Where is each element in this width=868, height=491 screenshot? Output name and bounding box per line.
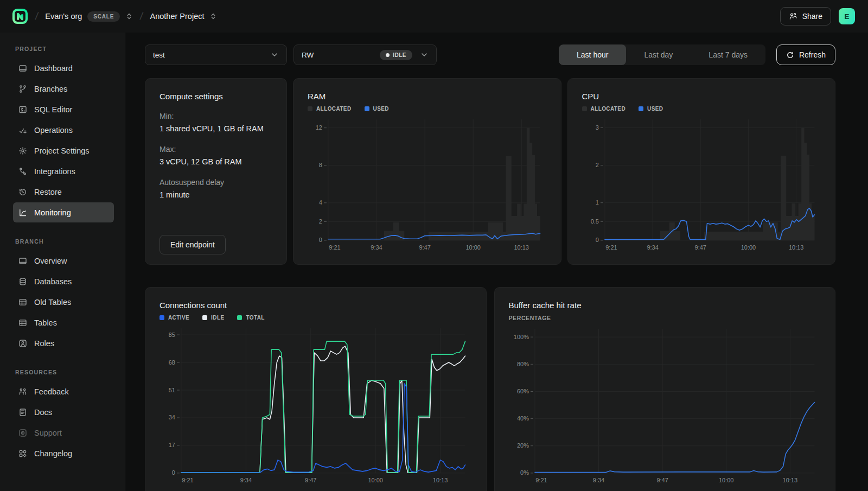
autosuspend-label: Autosuspend delay [159, 178, 272, 187]
docs-document-icon [18, 408, 27, 417]
git-branch-icon [18, 85, 27, 93]
legend-item: TOTAL [237, 315, 264, 321]
sidebar-item-old-tables[interactable]: Old Tables [13, 292, 114, 312]
sidebar-item-label: Tables [34, 318, 57, 327]
org-name: Evan's org [45, 12, 82, 21]
sidebar-item-feedback[interactable]: Feedback [13, 381, 114, 401]
neon-logo-icon[interactable] [12, 8, 28, 24]
sidebar: PROJECT Dashboard Branches SQL Editor Op… [0, 33, 125, 491]
svg-text:10:13: 10:13 [433, 477, 448, 483]
svg-text:100%: 100% [513, 334, 528, 340]
breadcrumb-project[interactable]: Another Project [150, 12, 218, 21]
connections-chart-card: Connections count ACTIVEIDLETOTAL 017345… [145, 287, 487, 491]
branch-select-value: test [153, 51, 165, 59]
refresh-button[interactable]: Refresh [776, 44, 835, 65]
svg-text:17: 17 [169, 442, 175, 448]
sidebar-item-label: Dashboard [34, 64, 73, 73]
sidebar-item-label: Monitoring [34, 208, 71, 217]
chevron-down-icon [420, 50, 429, 59]
legend-swatch-icon [582, 106, 587, 111]
user-avatar[interactable]: E [839, 8, 855, 24]
operations-checklist-icon [18, 126, 27, 135]
svg-text:9:34: 9:34 [592, 477, 604, 483]
svg-text:4: 4 [319, 199, 322, 206]
sidebar-item-label: Changelog [34, 449, 72, 458]
breadcrumb-org[interactable]: Evan's org SCALE [45, 11, 133, 22]
sidebar-item-operations[interactable]: Operations [13, 120, 114, 140]
svg-text:10:00: 10:00 [741, 244, 755, 251]
sidebar-item-label: Overview [34, 257, 67, 265]
sidebar-item-label: Integrations [34, 167, 75, 176]
sidebar-item-overview[interactable]: Overview [13, 251, 114, 271]
table-icon [18, 318, 27, 327]
endpoint-select[interactable]: RW IDLE [293, 44, 437, 65]
cpu-chart-title: CPU [582, 92, 821, 101]
sidebar-item-sql-editor[interactable]: SQL Editor [13, 99, 114, 119]
sidebar-item-integrations[interactable]: Integrations [13, 161, 114, 181]
cpu-chart: 00.51239:219:349:4710:0010:13 [582, 114, 821, 254]
svg-text:3: 3 [595, 124, 598, 131]
svg-text:20%: 20% [516, 442, 528, 449]
endpoint-status-text: IDLE [393, 52, 406, 58]
edit-endpoint-button[interactable]: Edit endpoint [159, 235, 226, 254]
breadcrumb-separator: / [139, 10, 144, 22]
sidebar-item-label: Operations [34, 126, 73, 135]
buffer-cache-chart-card: Buffer cache hit rate PERCENTAGE 0%20%40… [494, 287, 836, 491]
sidebar-item-label: Docs [34, 408, 52, 417]
table-icon [18, 298, 27, 307]
svg-text:40%: 40% [516, 415, 528, 422]
share-button[interactable]: Share [780, 7, 831, 25]
sidebar-item-tables[interactable]: Tables [13, 313, 114, 333]
project-switcher-chevrons-icon[interactable] [209, 12, 217, 20]
endpoint-status-badge: IDLE [380, 50, 412, 60]
org-switcher-chevrons-icon[interactable] [125, 12, 133, 20]
breadcrumb-separator: / [34, 10, 39, 22]
svg-text:9:47: 9:47 [419, 244, 430, 251]
section-label-project: PROJECT [0, 46, 125, 52]
sidebar-item-monitoring[interactable]: Monitoring [13, 202, 114, 222]
time-range-tabs: Last hour Last day Last 7 days [559, 44, 765, 65]
tab-last-7-days[interactable]: Last 7 days [691, 44, 765, 65]
svg-text:0%: 0% [520, 469, 529, 476]
changelog-grid-icon [18, 449, 27, 458]
sidebar-item-changelog[interactable]: Changelog [13, 443, 114, 463]
main-content: test RW IDLE Last hour Last day Last 7 d… [125, 33, 868, 491]
sidebar-item-roles[interactable]: Roles [13, 333, 114, 353]
feedback-users-icon [18, 387, 27, 396]
tab-last-day[interactable]: Last day [626, 44, 691, 65]
sidebar-item-support[interactable]: Support [13, 423, 114, 443]
sidebar-item-docs[interactable]: Docs [13, 402, 114, 422]
svg-text:0.5: 0.5 [590, 218, 598, 225]
sidebar-item-databases[interactable]: Databases [13, 271, 114, 291]
svg-text:8: 8 [319, 162, 322, 168]
legend-swatch-icon [159, 315, 164, 320]
svg-text:9:34: 9:34 [371, 244, 382, 251]
integrations-icon [18, 167, 27, 176]
dashboard-icon [18, 64, 27, 73]
connections-chart-title: Connections count [159, 301, 472, 310]
avatar-letter: E [844, 12, 849, 21]
chevron-down-icon [270, 50, 279, 59]
svg-text:9:34: 9:34 [647, 244, 658, 251]
roles-user-icon [18, 339, 27, 348]
project-name: Another Project [150, 12, 205, 21]
restore-history-icon [18, 188, 27, 196]
legend-swatch-icon [308, 106, 312, 111]
svg-text:1: 1 [595, 199, 598, 206]
legend-item: IDLE [202, 315, 224, 321]
sidebar-item-dashboard[interactable]: Dashboard [13, 58, 114, 78]
sidebar-item-restore[interactable]: Restore [13, 182, 114, 202]
branch-select[interactable]: test [145, 44, 287, 65]
sidebar-item-branches[interactable]: Branches [13, 79, 114, 99]
sidebar-item-project-settings[interactable]: Project Settings [13, 141, 114, 161]
cpu-chart-legend: ALLOCATEDUSED [582, 106, 821, 112]
svg-text:51: 51 [169, 387, 175, 393]
svg-text:0: 0 [172, 469, 175, 476]
svg-text:68: 68 [169, 359, 175, 366]
svg-text:10:00: 10:00 [465, 244, 480, 251]
refresh-label: Refresh [799, 50, 826, 59]
tab-last-hour[interactable]: Last hour [559, 44, 626, 65]
top-header: / Evan's org SCALE / Another Project Sha… [0, 0, 868, 33]
monitoring-chart-icon [18, 208, 27, 217]
sidebar-item-label: Restore [34, 188, 62, 196]
